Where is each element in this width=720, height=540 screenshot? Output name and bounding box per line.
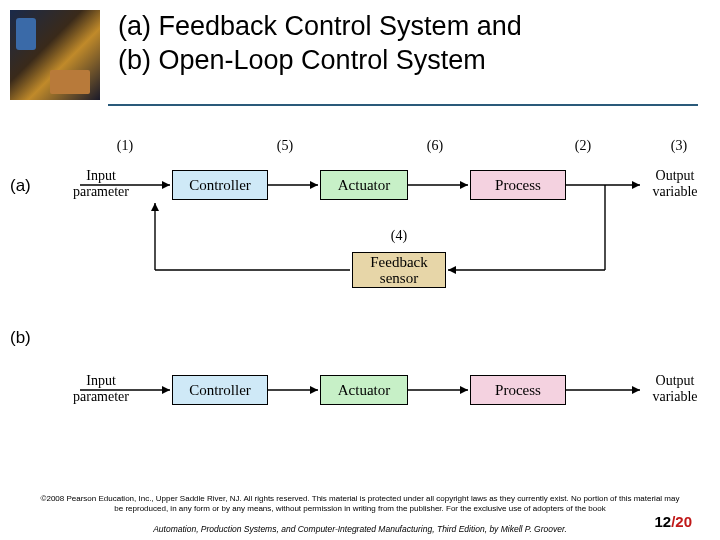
input-label-b: Input parameter [66, 373, 136, 405]
slide-title-line1: (a) Feedback Control System and [118, 10, 522, 44]
box-controller-a: Controller [172, 170, 268, 200]
page-total: /20 [671, 513, 692, 530]
diagram-stage: (a) (1) (5) (6) (2) (3) (4) Input parame… [10, 110, 710, 450]
box-process-b: Process [470, 375, 566, 405]
marker-5: (5) [270, 138, 300, 154]
marker-2: (2) [568, 138, 598, 154]
marker-3: (3) [664, 138, 694, 154]
page-number: 12/20 [654, 513, 692, 530]
diagram-label-a: (a) [10, 176, 31, 196]
book-citation: Automation, Production Systems, and Comp… [153, 524, 567, 534]
diagram-label-b: (b) [10, 328, 31, 348]
title-underline [108, 104, 698, 106]
box-feedback-a: Feedback sensor [352, 252, 446, 288]
output-label-b: Output variable [640, 373, 710, 405]
marker-6: (6) [420, 138, 450, 154]
box-actuator-b: Actuator [320, 375, 408, 405]
marker-4: (4) [384, 228, 414, 244]
copyright-text: ©2008 Pearson Education, Inc., Upper Sad… [0, 494, 720, 514]
output-label-a: Output variable [640, 168, 710, 200]
input-label-a: Input parameter [66, 168, 136, 200]
header-thumbnail [10, 10, 100, 100]
box-process-a: Process [470, 170, 566, 200]
marker-1: (1) [110, 138, 140, 154]
slide-header: (a) Feedback Control System and (b) Open… [0, 0, 720, 100]
box-controller-b: Controller [172, 375, 268, 405]
page-current: 12 [654, 513, 671, 530]
box-actuator-a: Actuator [320, 170, 408, 200]
slide-title-line2: (b) Open-Loop Control System [118, 44, 522, 78]
slide-footer: ©2008 Pearson Education, Inc., Upper Sad… [0, 494, 720, 534]
